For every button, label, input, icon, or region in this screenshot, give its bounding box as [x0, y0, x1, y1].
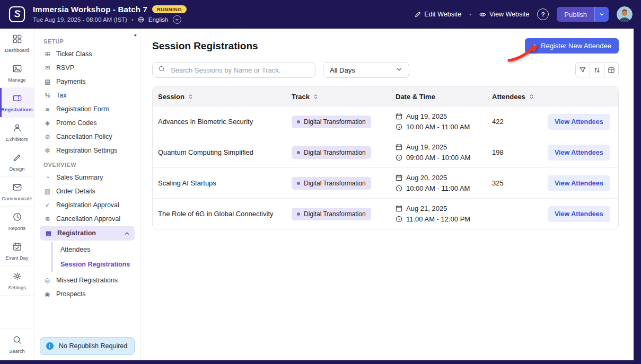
rail-item-search[interactable]: Search	[0, 328, 34, 360]
cross-circle-icon: ⊗	[43, 215, 51, 223]
sidebar-collapse-icon[interactable]: ◂	[134, 32, 136, 38]
table-row: Quantum Computing Simplified Digital Tra…	[153, 137, 618, 167]
sessions-table: Session Track Date & Time Attendees Adva…	[152, 86, 619, 229]
gear-icon	[12, 271, 22, 283]
session-date: Aug 21, 2025	[406, 205, 447, 212]
publish-split-button: Publish	[557, 7, 609, 22]
prospects-icon: ◉	[43, 290, 51, 298]
policy-icon: ⊘	[43, 133, 51, 140]
clock-icon	[396, 154, 402, 161]
primary-nav-rail: Dashboard Manage Registrations Exhibitor…	[0, 29, 34, 360]
header-attendees[interactable]: Attendees	[487, 93, 540, 101]
language-selector[interactable]: English	[148, 16, 169, 23]
rail-item-registrations[interactable]: Registrations	[0, 88, 34, 118]
sidebar-item-rsvp[interactable]: ✉RSVP	[40, 61, 135, 75]
language-chevron-icon[interactable]	[173, 15, 181, 24]
sidebar-item-tax[interactable]: %Tax	[40, 88, 135, 102]
view-website-link[interactable]: View Website	[479, 11, 529, 18]
clock-icon	[396, 216, 402, 223]
rail-item-design[interactable]: Design	[0, 147, 34, 177]
publish-button[interactable]: Publish	[557, 7, 594, 22]
edit-website-link[interactable]: Edit Website	[415, 11, 461, 18]
view-attendees-button[interactable]: View Attendees	[548, 145, 610, 161]
calendar-icon	[396, 113, 402, 120]
sidebar-item-order-details[interactable]: ▥Order Details	[40, 184, 135, 198]
sidebar-item-session-registrations[interactable]: Session Registrations	[52, 257, 135, 272]
sort-icon	[529, 94, 534, 100]
sidebar-item-sales-summary[interactable]: ◔Sales Summary	[40, 171, 135, 184]
session-name: Scaling AI Startups	[153, 179, 286, 187]
app-logo-icon	[8, 6, 25, 23]
sort-icon	[188, 94, 194, 100]
rail-item-communicate[interactable]: Communicate	[0, 177, 34, 207]
session-date: Aug 19, 2025	[406, 143, 447, 151]
manage-icon	[12, 64, 22, 76]
view-attendees-button[interactable]: View Attendees	[548, 175, 610, 191]
sidebar-item-registration-form[interactable]: ≡Registration Form	[40, 102, 135, 116]
view-attendees-button[interactable]: View Attendees	[548, 114, 610, 130]
status-badge: RUNNING	[152, 5, 187, 13]
day-filter-select[interactable]: All Days	[323, 62, 409, 78]
help-button[interactable]: ?	[537, 8, 549, 20]
sidebar-item-payments[interactable]: ▤Payments	[40, 75, 135, 88]
person-icon	[12, 123, 22, 135]
rsvp-icon: ✉	[43, 64, 51, 72]
table-row: The Role of 6G in Global Connectivity Di…	[153, 198, 618, 229]
session-name: Advances in Biometric Security	[153, 118, 286, 126]
info-icon	[46, 342, 54, 350]
pen-icon	[12, 153, 22, 165]
registration-group-icon: ▦	[45, 229, 52, 237]
table-row: Advances in Biometric Security Digital T…	[153, 106, 618, 137]
session-time: 09:00 AM - 10:00 AM	[406, 154, 470, 162]
filter-button[interactable]	[575, 63, 590, 77]
dot-separator: •	[469, 11, 471, 17]
header-track[interactable]: Track	[286, 93, 390, 101]
sidebar-item-ticket-class[interactable]: ⊞Ticket Class	[40, 47, 135, 61]
main-content: Session Registrations + Register New Att…	[141, 29, 634, 360]
rail-item-dashboard[interactable]: Dashboard	[0, 29, 34, 58]
payments-icon: ▤	[43, 78, 51, 85]
promo-icon: ◈	[43, 119, 51, 127]
sidebar-item-missed-registrations[interactable]: ◎Missed Registrations	[40, 273, 135, 287]
sidebar-item-cancellation-policy[interactable]: ⊘Cancellation Policy	[40, 130, 135, 144]
track-dot-icon	[297, 151, 300, 154]
sidebar-group-registration[interactable]: ▦ Registration	[40, 226, 135, 241]
settings-icon: ⚙	[43, 147, 51, 154]
attendee-count: 325	[487, 179, 540, 187]
registrations-sidebar: ◂ SETUP ⊞Ticket Class ✉RSVP ▤Payments %T…	[34, 29, 141, 360]
clock-icon	[396, 123, 402, 130]
search-icon	[12, 335, 22, 347]
sidebar-item-registration-approval[interactable]: ✓Registration Approval	[40, 198, 135, 212]
header-session[interactable]: Session	[153, 93, 286, 101]
sidebar-item-registration-settings[interactable]: ⚙Registration Settings	[40, 144, 135, 157]
rail-item-reports[interactable]: Reports	[0, 207, 34, 236]
session-time: 10:00 AM - 11:00 AM	[406, 123, 470, 131]
sidebar-item-promo-codes[interactable]: ◈Promo Codes	[40, 116, 135, 130]
rail-item-event-day[interactable]: Event Day	[0, 236, 34, 266]
rail-item-exhibitors[interactable]: Exhibitors	[0, 118, 34, 147]
dot-separator: •	[131, 16, 134, 23]
track-badge: Digital Transformation	[292, 146, 371, 159]
columns-button[interactable]	[604, 63, 619, 77]
rail-item-settings[interactable]: Settings	[0, 266, 34, 296]
sidebar-item-cancellation-approval[interactable]: ⊗Cancellation Approval	[40, 212, 135, 226]
track-badge: Digital Transformation	[292, 177, 371, 190]
user-avatar[interactable]	[617, 6, 633, 22]
register-new-attendee-button[interactable]: + Register New Attendee	[525, 38, 619, 54]
sidebar-item-attendees[interactable]: Attendees	[52, 242, 135, 257]
filter-toolbar: All Days	[152, 62, 619, 78]
eye-icon	[479, 11, 486, 18]
publish-dropdown-button[interactable]	[594, 7, 609, 22]
view-attendees-button[interactable]: View Attendees	[548, 206, 610, 222]
rail-item-manage[interactable]: Manage	[0, 58, 34, 88]
event-title: Immersia Workshop - Batch 7	[33, 5, 147, 14]
registration-subtree: Attendees Session Registrations	[51, 242, 135, 272]
track-dot-icon	[297, 212, 300, 216]
top-header: Immersia Workshop - Batch 7 RUNNING Tue …	[0, 0, 641, 29]
plus-icon: +	[532, 42, 537, 50]
sidebar-item-prospects[interactable]: ◉Prospects	[40, 287, 135, 301]
session-search-input[interactable]	[170, 66, 310, 75]
ticket-class-icon: ⊞	[43, 50, 51, 58]
list-icon: ▥	[43, 188, 51, 195]
sort-button[interactable]	[590, 63, 604, 77]
